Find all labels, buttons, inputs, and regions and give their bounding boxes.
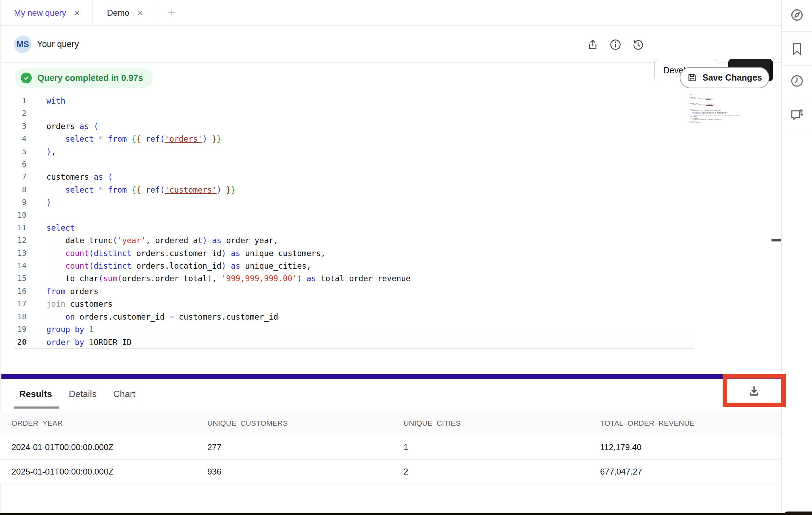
avatar[interactable]: MS: [14, 36, 31, 53]
column-header[interactable]: UNIQUE_CUSTOMERS: [207, 419, 404, 427]
info-icon[interactable]: [609, 38, 622, 51]
line-number: 16: [14, 285, 27, 298]
line-number: 11: [14, 222, 27, 234]
line-number: 19: [14, 323, 27, 336]
line-number: 5: [14, 145, 27, 158]
sidebar-divider: [782, 31, 812, 32]
sql-editor[interactable]: 1with23orders as (4 select * from {{ ref…: [14, 95, 695, 349]
table-end-border: [0, 484, 785, 484]
code-line[interactable]: 3orders as (: [14, 120, 695, 133]
results-tab-results[interactable]: Results: [19, 389, 52, 400]
table-header-row: ORDER_YEARUNIQUE_CUSTOMERSUNIQUE_CITIEST…: [0, 412, 785, 435]
share-icon[interactable]: [586, 38, 599, 51]
code-line[interactable]: 6: [14, 158, 695, 171]
code-line[interactable]: 15 to_char(sum(orders.order_total), '999…: [14, 272, 695, 285]
app-window: My new query Demo MS Your query Develop: [0, 0, 812, 515]
save-label: Save Changes: [702, 73, 762, 83]
results-tab-bar: ResultsDetailsChart: [0, 379, 781, 409]
line-number: 6: [14, 158, 27, 171]
code-line[interactable]: 14 count(distinct orders.location_id) as…: [14, 260, 695, 272]
status-text: Query completed in 0.97s: [37, 73, 143, 83]
indent-guide: [48, 184, 48, 195]
indent-guide: [48, 235, 48, 246]
editor-scroll-track: [771, 63, 771, 374]
table-cell: 677,047.27: [600, 467, 785, 477]
table-row: 2024-01-01T00:00:00.000Z2771112,179.40: [0, 435, 785, 459]
code-line[interactable]: 5),: [14, 145, 695, 158]
code-line[interactable]: 12 date_trunc('year', ordered_at) as ord…: [14, 234, 695, 247]
code-line: order by 1ORDER_ID: [689, 122, 745, 124]
code-line[interactable]: 7customers as (: [14, 171, 695, 183]
line-number: 12: [14, 234, 27, 247]
save-changes-button[interactable]: Save Changes: [680, 67, 769, 88]
code-line[interactable]: 18 on orders.customer_id = customers.cus…: [14, 311, 695, 323]
table-cell: 112,179.40: [600, 442, 785, 452]
code-line[interactable]: 1with: [14, 95, 695, 107]
page-title: Your query: [37, 39, 79, 49]
code-line[interactable]: 2: [14, 107, 695, 120]
column-header[interactable]: UNIQUE_CITIES: [404, 419, 600, 427]
line-number: 14: [14, 260, 27, 272]
sidebar-divider: [782, 133, 812, 133]
table-cell: 936: [207, 467, 404, 477]
clock-icon[interactable]: [782, 64, 812, 98]
table-cell: 277: [207, 442, 404, 452]
code-line[interactable]: 11select: [14, 222, 695, 234]
column-header[interactable]: ORDER_YEAR: [12, 419, 207, 427]
line-number: 3: [14, 120, 27, 133]
code-line[interactable]: 8 select * from {{ ref('customers') }}: [14, 184, 695, 196]
bookmark-icon[interactable]: [782, 32, 812, 66]
table-cell: 2024-01-01T00:00:00.000Z: [12, 442, 207, 452]
code-line[interactable]: 17join customers: [14, 298, 695, 310]
line-number: 4: [14, 133, 27, 145]
code-line[interactable]: 10: [14, 209, 695, 222]
line-number: 9: [14, 196, 27, 209]
line-number: 15: [14, 272, 27, 285]
right-icon-sidebar: [781, 0, 812, 515]
results-tab-chart[interactable]: Chart: [113, 389, 135, 400]
indent-guide: [48, 133, 48, 144]
results-table: ORDER_YEARUNIQUE_CUSTOMERSUNIQUE_CITIEST…: [0, 412, 785, 484]
table-cell: 1: [404, 442, 600, 452]
check-icon: [21, 73, 32, 83]
plus-icon: [167, 8, 176, 17]
status-badge: Query completed in 0.97s: [15, 68, 153, 88]
code-line[interactable]: 19group by 1: [14, 323, 695, 336]
code-line[interactable]: 20order by 1ORDER_ID: [14, 336, 695, 348]
scrollbar-thumb[interactable]: [772, 239, 781, 241]
tab-demo[interactable]: Demo: [93, 0, 156, 25]
line-number: 18: [14, 311, 27, 323]
history-icon[interactable]: [632, 38, 644, 51]
code-line[interactable]: 4 select * from {{ ref('orders') }}: [14, 133, 695, 145]
code-line[interactable]: 16from orders: [14, 285, 695, 298]
table-row: 2025-01-01T00:00:00.000Z9362677,047.27: [0, 459, 785, 484]
window-bottom-edge: [0, 513, 812, 515]
query-header: MS Your query Develop Run: [0, 26, 781, 63]
line-number: 10: [14, 209, 27, 222]
results-tab-details[interactable]: Details: [69, 389, 96, 400]
panel-resize-divider[interactable]: [1, 374, 781, 379]
close-icon[interactable]: [137, 9, 144, 16]
new-tab-button[interactable]: [156, 0, 186, 25]
close-icon[interactable]: [74, 9, 81, 16]
line-number: 1: [14, 95, 27, 107]
annotation-highlight-box: [723, 374, 786, 407]
line-number: 2: [14, 107, 27, 120]
indent-guide: [48, 273, 48, 284]
save-icon: [687, 73, 697, 83]
indent-guide: [48, 248, 48, 259]
tab-label: Demo: [107, 8, 129, 18]
table-cell: 2: [404, 467, 600, 477]
minimap[interactable]: withorders as ( select * from {{ ref('or…: [689, 94, 745, 124]
tab-label: My new query: [14, 8, 66, 18]
code-line[interactable]: 13 count(distinct orders.customer_id) as…: [14, 247, 695, 260]
line-number: 20: [14, 336, 27, 348]
query-tab-bar: My new query Demo: [0, 0, 781, 26]
ai-chat-icon[interactable]: [782, 98, 812, 132]
tab-my-new-query[interactable]: My new query: [0, 0, 93, 25]
line-number: 7: [14, 171, 27, 183]
compass-icon[interactable]: [782, 0, 812, 32]
code-line[interactable]: 9): [14, 196, 695, 209]
indent-guide: [48, 311, 48, 322]
column-header[interactable]: TOTAL_ORDER_REVENUE: [600, 419, 785, 427]
